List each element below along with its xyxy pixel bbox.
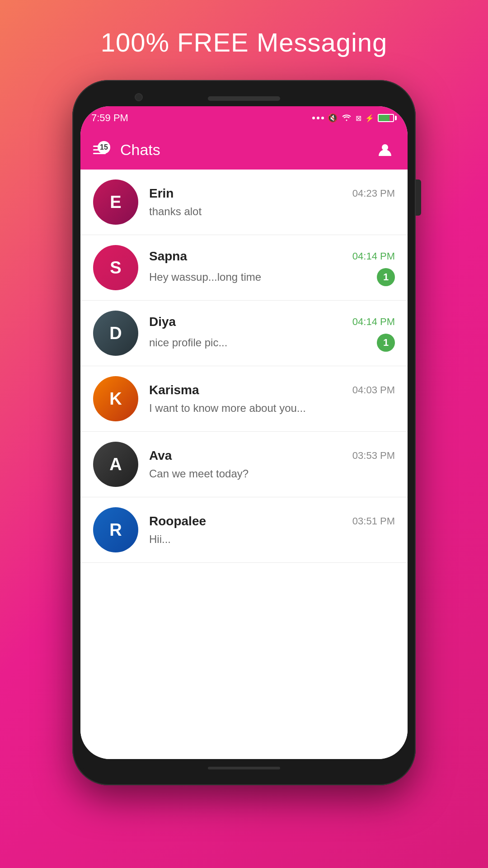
chat-content-sapna: Sapna 04:14 PM Hey wassup...long time 1 <box>149 249 395 286</box>
charging-icon: ⚡ <box>365 114 374 123</box>
status-time: 7:59 PM <box>91 112 128 124</box>
chat-name-erin: Erin <box>149 186 174 201</box>
data-icon: ⊠ <box>356 114 361 123</box>
avatar-karisma: K <box>93 376 138 421</box>
chat-preview-erin: thanks alot <box>149 205 395 218</box>
chat-time-erin: 04:23 PM <box>352 188 395 199</box>
chat-item-karisma[interactable]: K Karisma 04:03 PM I want to know more a… <box>80 366 408 432</box>
chat-preview-karisma: I want to know more about you... <box>149 402 395 415</box>
signal-dots <box>312 117 324 119</box>
chat-bottom-row-sapna: Hey wassup...long time 1 <box>149 268 395 286</box>
mute-icon: 🔇 <box>328 113 338 123</box>
avatar-sapna: S <box>93 245 138 290</box>
chat-item-erin[interactable]: E Erin 04:23 PM thanks alot <box>80 170 408 235</box>
unread-badge-diya: 1 <box>377 334 395 352</box>
wifi-icon <box>341 113 352 123</box>
chat-name-sapna: Sapna <box>149 249 187 264</box>
chat-preview-sapna: Hey wassup...long time <box>149 271 371 283</box>
svg-point-0 <box>382 144 388 151</box>
chat-preview-roopalee: Hii... <box>149 533 395 546</box>
chat-list: E Erin 04:23 PM thanks alot S Sapna 04:1… <box>80 170 408 759</box>
chat-preview-diya: nice profile pic... <box>149 336 371 349</box>
chat-content-erin: Erin 04:23 PM thanks alot <box>149 186 395 218</box>
chat-item-ava[interactable]: A Ava 03:53 PM Can we meet today? <box>80 432 408 497</box>
phone-bottom-bezel <box>80 759 408 777</box>
chat-time-ava: 03:53 PM <box>352 450 395 462</box>
chat-name-diya: Diya <box>149 315 176 329</box>
chat-content-roopalee: Roopalee 03:51 PM Hii... <box>149 514 395 546</box>
profile-button[interactable] <box>375 140 395 160</box>
chat-content-karisma: Karisma 04:03 PM I want to know more abo… <box>149 383 395 415</box>
chat-name-ava: Ava <box>149 448 172 463</box>
avatar-erin: E <box>93 179 138 225</box>
status-icons: 🔇 ⊠ ⚡ <box>312 113 397 123</box>
chat-top-row-sapna: Sapna 04:14 PM <box>149 249 395 264</box>
avatar-diya: D <box>93 311 138 356</box>
chat-time-karisma: 04:03 PM <box>352 384 395 396</box>
chat-content-diya: Diya 04:14 PM nice profile pic... 1 <box>149 315 395 352</box>
status-bar: 7:59 PM 🔇 ⊠ ⚡ <box>80 106 408 130</box>
avatar-roopalee: R <box>93 507 138 552</box>
chat-bottom-row-erin: thanks alot <box>149 205 395 218</box>
header-title: Chats <box>120 141 375 159</box>
chat-time-diya: 04:14 PM <box>352 316 395 328</box>
chat-item-roopalee[interactable]: R Roopalee 03:51 PM Hii... <box>80 497 408 563</box>
app-header: 15 Chats <box>80 130 408 170</box>
chat-name-karisma: Karisma <box>149 383 199 397</box>
menu-button[interactable]: 15 <box>93 146 106 154</box>
chat-bottom-row-diya: nice profile pic... 1 <box>149 334 395 352</box>
chat-content-ava: Ava 03:53 PM Can we meet today? <box>149 448 395 480</box>
phone-top-bezel <box>80 88 408 106</box>
chat-top-row-ava: Ava 03:53 PM <box>149 448 395 463</box>
notification-badge: 15 <box>98 141 110 154</box>
chat-top-row-erin: Erin 04:23 PM <box>149 186 395 201</box>
phone-camera <box>135 93 143 101</box>
chat-name-roopalee: Roopalee <box>149 514 206 528</box>
chat-preview-ava: Can we meet today? <box>149 467 395 480</box>
chat-top-row-roopalee: Roopalee 03:51 PM <box>149 514 395 528</box>
chat-time-sapna: 04:14 PM <box>352 250 395 262</box>
chat-bottom-row-karisma: I want to know more about you... <box>149 402 395 415</box>
avatar-ava: A <box>93 442 138 487</box>
top-tagline: 100% FREE Messaging <box>101 27 388 57</box>
chat-item-diya[interactable]: D Diya 04:14 PM nice profile pic... 1 <box>80 301 408 366</box>
chat-bottom-row-roopalee: Hii... <box>149 533 395 546</box>
chat-top-row-diya: Diya 04:14 PM <box>149 315 395 329</box>
chat-item-sapna[interactable]: S Sapna 04:14 PM Hey wassup...long time … <box>80 235 408 301</box>
chat-time-roopalee: 03:51 PM <box>352 515 395 527</box>
unread-badge-sapna: 1 <box>377 268 395 286</box>
chat-bottom-row-ava: Can we meet today? <box>149 467 395 480</box>
phone-screen: 7:59 PM 🔇 ⊠ ⚡ <box>80 106 408 759</box>
phone-speaker <box>208 96 280 101</box>
battery-icon <box>378 114 397 122</box>
phone-frame: 7:59 PM 🔇 ⊠ ⚡ <box>72 80 416 785</box>
home-bar <box>208 767 280 769</box>
chat-top-row-karisma: Karisma 04:03 PM <box>149 383 395 397</box>
